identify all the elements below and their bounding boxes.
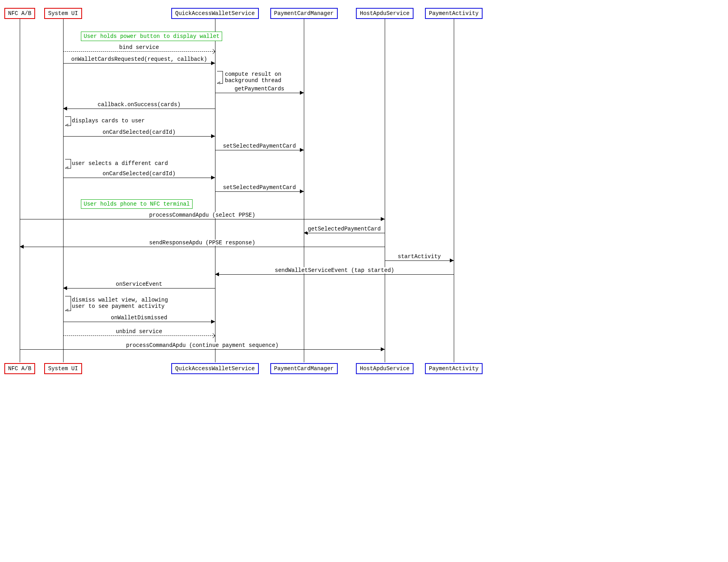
participant-bottom-has: HostApduService xyxy=(356,363,414,374)
arrow-a8 xyxy=(215,191,304,192)
arrow-label-a3: getPaymentCards xyxy=(234,86,285,92)
arrow-a17 xyxy=(20,349,385,350)
arrow-label-a10: getSelectedPaymentCard xyxy=(307,226,382,232)
lifeline-nfc xyxy=(20,17,20,362)
participant-bottom-sysui: System UI xyxy=(44,363,82,374)
participant-sysui: System UI xyxy=(44,8,82,19)
note2: User holds phone to NFC terminal xyxy=(81,199,193,209)
arrow-label-a14: onServiceEvent xyxy=(115,281,163,287)
arrow-a16 xyxy=(63,335,215,336)
arrow-a3 xyxy=(215,93,304,93)
arrow-label-a5: onCardSelected(cardId) xyxy=(102,129,176,135)
arrow-label-a1: bind service xyxy=(118,44,160,51)
arrow-label-a15: onWalletDismissed xyxy=(110,315,168,321)
arrow-a12 xyxy=(385,260,454,261)
participant-bottom-nfc: NFC A/B xyxy=(4,363,36,374)
arrow-a6 xyxy=(215,150,304,150)
participant-has: HostApduService xyxy=(356,8,414,19)
arrow-a2 xyxy=(63,63,215,64)
arrow-a14 xyxy=(63,288,215,288)
lifeline-sysui xyxy=(63,17,64,362)
arrow-a13 xyxy=(215,274,454,275)
arrow-label-a17: processCommandApdu (continue payment seq… xyxy=(125,342,279,348)
participant-pcm: PaymentCardManager xyxy=(270,8,338,19)
participant-nfc: NFC A/B xyxy=(4,8,36,19)
participant-bottom-pcm: PaymentCardManager xyxy=(270,363,338,374)
participant-qaws: QuickAccessWalletService xyxy=(171,8,259,19)
arrow-a4 xyxy=(63,109,215,109)
arrow-a5 xyxy=(63,136,215,137)
arrow-label-a9: processCommandApdu (select PPSE) xyxy=(148,212,256,218)
participant-pact: PaymentActivity xyxy=(425,8,483,19)
self-label-s3: user selects a different card xyxy=(72,160,168,167)
arrow-a1 xyxy=(63,51,215,52)
arrow-label-a8: setSelectedPaymentCard xyxy=(222,184,297,191)
self-label-s1: compute result onbackground thread xyxy=(225,71,281,84)
note1: User holds power button to display walle… xyxy=(81,32,222,41)
lifeline-qaws xyxy=(215,17,215,362)
arrow-a9 xyxy=(20,219,385,219)
arrow-label-a11: sendResponseApdu (PPSE response) xyxy=(148,240,256,246)
arrow-a7 xyxy=(63,178,215,178)
arrow-a10 xyxy=(304,233,385,233)
arrow-label-a7: onCardSelected(cardId) xyxy=(102,170,176,177)
lifeline-has xyxy=(385,17,385,362)
self-label-s4: dismiss wallet view, allowinguser to see… xyxy=(72,297,168,309)
arrow-label-a4: callback.onSuccess(cards) xyxy=(97,101,182,108)
lifeline-pact xyxy=(454,17,454,362)
self-label-s2: displays cards to user xyxy=(72,118,145,124)
arrow-a11 xyxy=(20,247,385,247)
arrow-label-a12: startActivity xyxy=(397,253,442,260)
arrow-label-a16: unbind service xyxy=(115,328,163,335)
participant-bottom-qaws: QuickAccessWalletService xyxy=(171,363,259,374)
arrow-label-a2: onWalletCardsRequested(request, callback… xyxy=(71,56,208,62)
arrow-label-a13: sendWalletServiceEvent (tap started) xyxy=(274,267,395,274)
participant-bottom-pact: PaymentActivity xyxy=(425,363,483,374)
lifeline-pcm xyxy=(304,17,304,362)
arrow-label-a6: setSelectedPaymentCard xyxy=(222,143,297,149)
sequence-diagram: NFC A/BNFC A/BSystem UISystem UIQuickAcc… xyxy=(4,4,489,383)
arrow-a15 xyxy=(63,322,215,322)
